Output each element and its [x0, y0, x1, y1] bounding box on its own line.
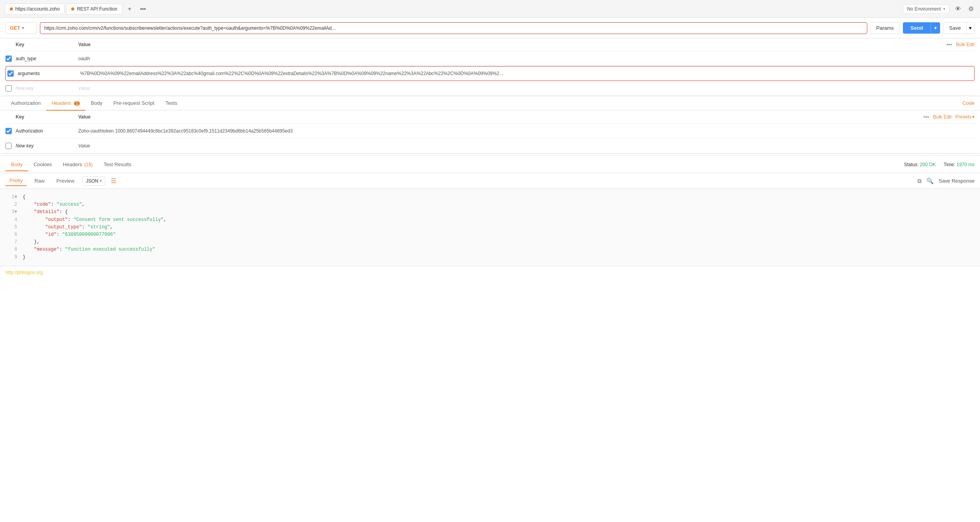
tab-rest-api[interactable]: REST API Function [66, 4, 122, 14]
response-bar: Body Cookies Headers (18) Test Results S… [0, 155, 980, 173]
wrap-icon[interactable]: ☰ [111, 177, 116, 185]
header-checkbox-authorization[interactable] [5, 128, 12, 134]
resp-tab-body[interactable]: Body [5, 158, 28, 171]
params-button[interactable]: Params [870, 22, 900, 34]
code-area: 1▼ { 2 "code": "success", 3▼ "details": … [0, 189, 980, 266]
body-tab-raw[interactable]: Raw [31, 176, 49, 186]
body-actions: ⧉ 🔍 Save Response [917, 178, 975, 185]
tab-body[interactable]: Body [85, 96, 108, 111]
line-num-6: 6 [5, 231, 17, 239]
param-value-arguments: %7B%0D%0A%09%22emailAddress%22%3A%22abc%… [80, 71, 973, 76]
presets-chevron-icon: ▾ [972, 114, 975, 120]
url-input[interactable] [40, 22, 867, 34]
header-checkbox-new[interactable] [5, 143, 12, 149]
eye-icon-button[interactable]: 👁 [953, 4, 963, 14]
tab-tests[interactable]: Tests [160, 96, 183, 111]
tab-dot-orange2 [71, 7, 74, 11]
send-button-group: Send ▾ [903, 22, 940, 34]
headers-more-dots-icon[interactable]: ••• [923, 114, 929, 120]
send-dropdown-button[interactable]: ▾ [931, 22, 940, 34]
line-num-4: 4 [5, 216, 17, 224]
header-new-value[interactable]: Value [78, 143, 975, 149]
tab-pre-request[interactable]: Pre-request Script [108, 96, 160, 111]
code-content-2: "code": "success", [23, 201, 975, 208]
top-bar-right: No Environment ▾ 👁 ⚙ [903, 4, 975, 14]
param-new-value[interactable]: Value [78, 86, 975, 91]
header-value-authorization: Zoho-oauthtoken 1000.8607494449c8bc1e392… [78, 128, 975, 134]
time-value: 1970 ms [957, 162, 975, 167]
line-num-7: 7 [5, 239, 17, 246]
header-new-key[interactable]: New key [16, 143, 78, 149]
body-tab-pretty[interactable]: Pretty [5, 176, 27, 186]
headers-value-header: Value [78, 114, 90, 120]
param-new-key[interactable]: New key [16, 86, 78, 91]
resp-cookies-label: Cookies [34, 161, 52, 167]
bulk-edit-button[interactable]: Bulk Edit [956, 42, 975, 47]
request-tabs: Authorization Headers 1 Body Pre-request… [0, 96, 980, 111]
code-line-3: 3▼ "details": { [5, 208, 975, 216]
tab-body-label: Body [91, 100, 103, 106]
tab-accounts-zoho[interactable]: https://accounts.zoho [5, 4, 65, 14]
raw-label: Raw [34, 178, 45, 184]
tab-dot-orange [10, 7, 13, 11]
line-collapse-3[interactable]: 3▼ [5, 208, 17, 216]
code-line-4: 4 "output": "Consent form sent successfu… [5, 216, 975, 224]
param-row-arguments: arguments %7B%0D%0A%09%22emailAddress%22… [5, 66, 975, 81]
save-dropdown-button[interactable]: ▾ [967, 22, 975, 34]
save-response-button[interactable]: Save Response [939, 178, 975, 184]
code-button[interactable]: Code [962, 100, 975, 106]
presets-label: Presets [955, 114, 971, 120]
param-value-auth-type: oauth [78, 56, 975, 61]
copy-button[interactable]: ⧉ [917, 178, 922, 185]
headers-bulk-edit-button[interactable]: Bulk Edit [933, 114, 951, 120]
format-label: JSON [86, 178, 98, 184]
more-tabs-button[interactable]: ••• [137, 4, 149, 14]
save-button[interactable]: Save [943, 22, 967, 34]
save-dropdown-icon: ▾ [969, 25, 972, 31]
code-content-5: "output_type": "string", [23, 224, 975, 231]
search-button[interactable]: 🔍 [926, 178, 934, 185]
param-checkbox-new[interactable] [5, 85, 12, 91]
code-line-1: 1▼ { [5, 194, 975, 201]
resp-body-label: Body [11, 161, 23, 167]
tab-authorization[interactable]: Authorization [5, 96, 46, 111]
response-body-bar: Pretty Raw Preview JSON ▾ ☰ ⧉ 🔍 Save Res… [0, 173, 980, 189]
params-actions: ••• Bulk Edit [946, 41, 975, 48]
code-line-9: 9 } [5, 254, 975, 261]
gear-icon-button[interactable]: ⚙ [967, 4, 975, 14]
params-value-header: Value [78, 42, 90, 47]
tab-headers[interactable]: Headers 1 [46, 96, 85, 111]
line-num-5: 5 [5, 224, 17, 231]
resp-tab-cookies[interactable]: Cookies [28, 158, 58, 171]
param-checkbox-auth-type[interactable] [5, 56, 12, 62]
line-collapse-1[interactable]: 1▼ [5, 194, 17, 201]
headers-actions: ••• Bulk Edit Presets ▾ [923, 114, 975, 120]
headers-header: Key Value ••• Bulk Edit Presets ▾ [5, 111, 975, 124]
send-button[interactable]: Send [903, 22, 931, 34]
tab-headers-label: Headers [52, 100, 71, 106]
header-row-authorization: Authorization Zoho-oauthtoken 1000.86074… [5, 124, 975, 138]
param-checkbox-arguments[interactable] [7, 70, 14, 77]
param-key-auth-type: auth_type [16, 56, 78, 61]
environment-selector[interactable]: No Environment ▾ [903, 4, 949, 14]
code-content-4: "output": "Consent form sent successfull… [23, 216, 975, 224]
footer-link[interactable]: http://philogos.org [5, 270, 43, 275]
resp-tab-headers[interactable]: Headers (18) [58, 158, 98, 171]
resp-headers-badge: (18) [84, 162, 92, 167]
tab-pre-request-label: Pre-request Script [113, 100, 155, 106]
format-selector[interactable]: JSON ▾ [82, 176, 105, 186]
param-key-arguments: arguments [18, 71, 80, 76]
more-dots-icon[interactable]: ••• [946, 41, 952, 48]
line-num-9: 9 [5, 254, 17, 261]
preview-label: Preview [56, 178, 74, 184]
body-tab-preview[interactable]: Preview [52, 176, 78, 186]
method-selector[interactable]: GET ▾ [5, 22, 37, 34]
resp-headers-label: Headers [63, 161, 82, 167]
tabs-bar: https://accounts.zoho REST API Function … [5, 3, 149, 15]
status-label: Status: 200 OK [904, 162, 936, 167]
resp-tab-test-results[interactable]: Test Results [98, 158, 137, 171]
top-bar: https://accounts.zoho REST API Function … [0, 0, 980, 18]
add-tab-button[interactable]: + [124, 3, 135, 15]
params-key-header: Key [16, 42, 78, 47]
presets-button[interactable]: Presets ▾ [955, 114, 975, 120]
